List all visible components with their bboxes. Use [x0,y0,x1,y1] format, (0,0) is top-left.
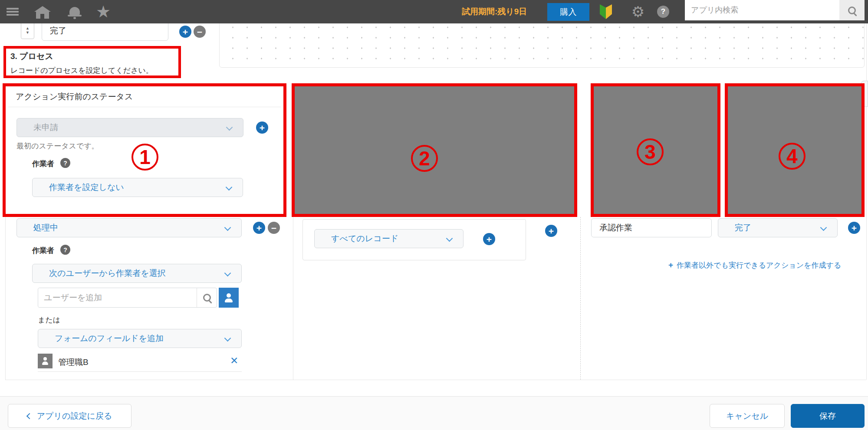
content-right-border [866,23,867,380]
help-button[interactable]: ? [657,6,669,18]
hamburger-icon [7,7,20,17]
assignee-dropdown-first[interactable]: 作業者を設定しない [32,178,243,197]
question-icon: ? [661,7,665,16]
worker-label-2: 作業者 [32,246,54,256]
process-settings-page: ▲ ▼ + − ★ 試用期間:残り9日 購入 ⚙ ? [0,0,868,430]
chevron-down-icon [224,270,231,277]
add-first-status-button[interactable]: + [256,121,268,134]
spin-down-icon[interactable]: ▼ [26,30,30,35]
add-branch-button[interactable]: + [483,233,495,245]
person-icon [224,293,233,302]
spin-up-icon[interactable]: ▲ [26,26,30,30]
question-icon: ? [63,246,67,253]
remove-status2-button[interactable]: − [268,222,280,234]
in-app-search [685,0,865,20]
chevron-left-icon [26,413,33,419]
annotation-box-3: 3 [591,83,720,217]
question-icon: ? [63,160,67,167]
first-status-note: 最初のステータスです。 [16,141,99,151]
select-user-button[interactable] [219,288,239,308]
plus-icon: + [668,260,673,269]
section-subtitle: レコードのプロセスを設定してください。 [10,66,153,75]
chevron-down-icon [224,335,231,342]
bell-icon [69,7,80,15]
close-icon: ✕ [230,355,238,366]
branch-condition-panel: すべてのレコード + [302,219,526,260]
app-header-bar: ★ 試用期間:残り9日 購入 ⚙ ? [0,0,868,23]
section-title: 3. プロセス [10,51,53,62]
search-button[interactable] [839,0,865,20]
user-search-button[interactable] [197,288,217,307]
column-separator-dashed [580,217,581,380]
process-flow-canvas [219,19,865,68]
annotation-badge-2: 2 [411,145,438,172]
chevron-down-icon [446,235,453,242]
worker-label: 作業者 [32,159,54,169]
remove-status-button[interactable]: − [194,26,206,38]
star-icon: ★ [96,0,111,23]
home-icon [36,12,49,19]
worker-help-button[interactable]: ? [60,158,70,168]
before-action-status-header: アクション実行前のステータス [16,91,133,102]
home-button[interactable] [33,0,52,23]
search-input[interactable] [685,0,839,20]
column-separator-solid [293,217,293,380]
chevron-down-icon [226,124,233,131]
settings-button[interactable]: ⚙ [629,0,647,23]
worker-help-button-2[interactable]: ? [60,245,70,255]
footer-bar: アプリの設定に戻る キャンセル 保存 [0,396,868,430]
person-icon [42,357,49,365]
user-add-field [38,288,217,308]
annotation-badge-4: 4 [779,143,806,170]
remove-user-button[interactable]: ✕ [230,356,238,366]
next-status-dropdown[interactable]: 完了 [718,218,838,237]
add-next-status-button[interactable]: + [848,222,860,234]
status-reorder-stepper[interactable]: ▲ ▼ [21,22,34,39]
annotation-box-1: アクション実行前のステータス 未申請 + 最初のステータスです。 作業者 ? 作… [3,83,286,217]
menu-button[interactable] [4,0,22,23]
save-button[interactable]: 保存 [791,404,865,428]
assignee-dropdown-processing[interactable]: 次のユーザーから作業者を選択 [32,264,242,283]
annotation-box-2: 2 [292,83,577,217]
status-name-field-wrap [42,21,168,41]
content-left-border [5,217,6,380]
favorites-button[interactable]: ★ [94,0,113,23]
cancel-button[interactable]: キャンセル [710,404,785,428]
purchase-button[interactable]: 購入 [547,3,589,21]
annotation-badge-1: 1 [132,144,158,171]
back-to-app-settings-button[interactable]: アプリの設定に戻る [8,404,132,428]
annotation-badge-3: 3 [637,138,664,165]
action-name-input[interactable] [592,219,711,237]
user-add-input[interactable] [38,288,197,307]
records-filter-dropdown[interactable]: すべてのレコード [314,229,464,248]
add-status-button[interactable]: + [179,26,191,38]
gear-icon: ⚙ [631,3,644,20]
chevron-down-icon [224,224,231,231]
notifications-button[interactable] [66,0,83,23]
chevron-down-icon [226,184,233,191]
first-status-dropdown: 未申請 [16,118,243,137]
user-avatar [38,354,53,368]
search-icon [848,7,856,14]
annotation-box-4: 4 [725,83,865,217]
add-status2-button[interactable]: + [253,222,265,234]
annotation-box-section: 3. プロセス レコードのプロセスを設定してください。 [3,46,181,78]
action-name-field-wrap [591,218,712,237]
beginner-guide-icon[interactable] [600,4,612,19]
status-name-input[interactable] [42,21,168,41]
create-extra-action-link[interactable]: +作業者以外でも実行できるアクションを作成する [668,260,841,270]
content-bottom-border [5,380,866,380]
selected-user-underline [38,371,242,372]
or-label: または [38,315,60,325]
trial-period-text: 試用期間:残り9日 [462,0,527,23]
form-field-dropdown[interactable]: フォームのフィールドを追加 [38,329,242,348]
divider [8,107,281,107]
status-dropdown-processing[interactable]: 処理中 [16,218,242,237]
chevron-down-icon [820,224,827,231]
add-action-button[interactable]: + [545,225,557,237]
search-icon [203,294,211,302]
selected-user-name: 管理職B [58,357,89,368]
